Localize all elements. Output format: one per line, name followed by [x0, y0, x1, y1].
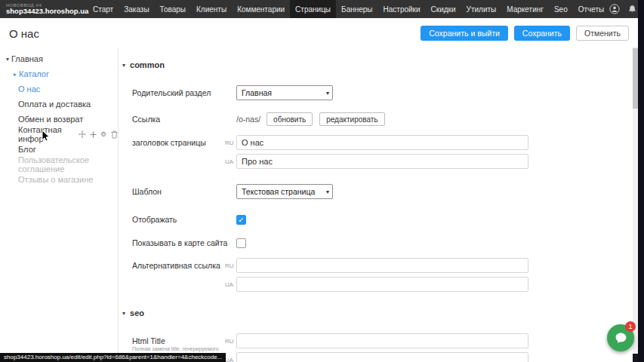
- brand-domain: shop34423.horoshop.ua: [6, 8, 88, 15]
- menu-item-settings[interactable]: Настройки: [378, 0, 426, 18]
- field-link: Ссылка /o-nas/ обновить редактировать: [119, 112, 392, 127]
- lang-badge-ua: UA: [225, 356, 236, 362]
- trash-icon[interactable]: [110, 130, 118, 139]
- vertical-scrollbar-thumb[interactable]: [633, 48, 638, 109]
- scrollbar-bottom-corner: [633, 354, 638, 362]
- link-value: /o-nas/: [236, 115, 260, 124]
- caret-right-icon[interactable]: [11, 71, 19, 78]
- tree-item-actions: ⚙: [79, 130, 118, 139]
- lang-badge-ru: RU: [225, 262, 236, 269]
- link-refresh-button[interactable]: обновить: [267, 112, 313, 126]
- html-title-ua-input[interactable]: [236, 352, 528, 362]
- field-label: Родительский раздел: [119, 88, 236, 97]
- section-title: seo: [130, 308, 144, 318]
- menu-item-discounts[interactable]: Скидки: [426, 0, 461, 18]
- menu-item-products[interactable]: Товары: [155, 0, 191, 18]
- tree-item-label: Оплата и доставка: [18, 100, 91, 109]
- section-common[interactable]: common: [122, 60, 165, 69]
- field-alt-link-ua: UA: [119, 277, 528, 292]
- section-seo[interactable]: seo: [122, 308, 144, 318]
- gear-icon[interactable]: ⚙: [100, 130, 107, 139]
- pages-tree-sidebar: Главная Каталог О нас Оплата и доставка …: [0, 48, 119, 354]
- header-buttons: Сохранить и выйти Сохранить Отменить: [421, 26, 629, 41]
- menu-item-comments[interactable]: Комментарии: [232, 0, 290, 18]
- field-label: Ссылка: [119, 115, 236, 124]
- lang-badge-ua: UA: [225, 158, 236, 165]
- window-right-edge: [638, 0, 644, 362]
- html-title-ru-input[interactable]: [236, 333, 528, 348]
- tree-item-label: Контактная инфор: [18, 125, 75, 143]
- menu-item-clients[interactable]: Клиенты: [191, 0, 232, 18]
- tree-item-home[interactable]: Главная: [0, 51, 118, 66]
- tree-item-user-agreement[interactable]: Пользовательское соглашение: [0, 157, 118, 172]
- top-bar: НОВОВВОД V4 shop34423.horoshop.ua Старт …: [0, 0, 644, 18]
- field-label: Отображать: [119, 215, 236, 224]
- user-account-icon[interactable]: [609, 4, 620, 14]
- app-window: НОВОВВОД V4 shop34423.horoshop.ua Старт …: [0, 0, 644, 362]
- tree-item-label: Обмен и возврат: [18, 115, 83, 124]
- template-select[interactable]: Текстовая страница: [236, 184, 333, 199]
- field-label: Шаблон: [119, 187, 236, 196]
- tree-item-label: Блог: [18, 145, 36, 154]
- caret-down-icon: [122, 62, 125, 69]
- chat-bubble-icon: [614, 331, 628, 345]
- page-title-ua-input[interactable]: [236, 154, 528, 169]
- lang-badge-ru: RU: [225, 139, 236, 146]
- html-title-label: Html Title: [132, 336, 165, 345]
- save-and-exit-button[interactable]: Сохранить и выйти: [421, 26, 508, 41]
- tree-item-blog[interactable]: Блог: [0, 142, 118, 157]
- tree-item-catalog[interactable]: Каталог: [0, 66, 118, 81]
- page-title: О нас: [9, 27, 39, 40]
- field-label: Html Title Полная замена title, генериру…: [119, 336, 225, 345]
- tree-item-label: Главная: [11, 54, 43, 63]
- tree-item-exchange-return[interactable]: Обмен и возврат: [0, 112, 118, 127]
- tree-item-label: Пользовательское соглашение: [18, 155, 118, 173]
- page-header: О нас Сохранить и выйти Сохранить Отмени…: [0, 18, 638, 48]
- field-sitemap: Показывать в карте сайта: [119, 235, 246, 250]
- save-button[interactable]: Сохранить: [514, 26, 570, 41]
- section-title: common: [130, 60, 165, 69]
- menu-item-orders[interactable]: Заказы: [119, 0, 154, 18]
- field-label: Показывать в карте сайта: [119, 238, 236, 247]
- brand[interactable]: НОВОВВОД V4 shop34423.horoshop.ua: [0, 3, 88, 15]
- page-edit-form: common Родительский раздел Главная Ссылк…: [119, 48, 638, 362]
- tree-item-label: Отзывы о магазине: [18, 175, 93, 184]
- menu-item-reports[interactable]: Отчеты: [573, 0, 610, 18]
- tree-item-store-reviews[interactable]: Отзывы о магазине: [0, 172, 118, 187]
- tree-item-label: Каталог: [19, 69, 49, 78]
- menu-item-start[interactable]: Старт: [88, 0, 119, 18]
- tree-item-contact-info[interactable]: Контактная инфор ⚙: [0, 127, 118, 142]
- page-title-ru-input[interactable]: [236, 135, 528, 150]
- field-label: заголовок страницы: [119, 138, 225, 147]
- browser-status-url: shop34423.horoshop.ua/edit/edit.php?id=6…: [0, 353, 226, 362]
- add-icon[interactable]: [89, 130, 97, 139]
- display-checkbox[interactable]: [236, 215, 246, 225]
- menu-item-marketing[interactable]: Маркетинг: [501, 0, 549, 18]
- cancel-button[interactable]: Отменить: [576, 26, 629, 41]
- chat-widget-button[interactable]: 1: [607, 324, 634, 351]
- menu-item-seo[interactable]: Seo: [549, 0, 573, 18]
- parent-section-select[interactable]: Главная: [236, 85, 333, 100]
- notifications-bell-icon[interactable]: [627, 4, 637, 14]
- tree-item-payment-delivery[interactable]: Оплата и доставка: [0, 97, 118, 112]
- field-page-title-ua: UA: [119, 154, 528, 169]
- move-icon[interactable]: [79, 130, 86, 139]
- menu-item-pages[interactable]: Страницы: [290, 0, 336, 18]
- alt-link-ua-input[interactable]: [236, 277, 528, 292]
- chevron-down-icon: [326, 189, 329, 195]
- link-edit-button[interactable]: редактировать: [319, 112, 384, 126]
- field-alt-link-ru: Альтернативная ссылка RU: [119, 258, 528, 273]
- caret-down-icon[interactable]: [4, 56, 11, 63]
- menu-item-banners[interactable]: Баннеры: [336, 0, 377, 18]
- sitemap-checkbox[interactable]: [236, 238, 246, 248]
- tree-item-about[interactable]: О нас: [0, 81, 118, 97]
- caret-down-icon: [122, 310, 125, 317]
- field-parent-section: Родительский раздел Главная: [119, 85, 333, 100]
- select-value: Главная: [242, 88, 272, 97]
- chat-unread-badge: 1: [625, 321, 636, 332]
- field-template: Шаблон Текстовая страница: [119, 184, 333, 199]
- chevron-down-icon: [326, 90, 329, 97]
- alt-link-ru-input[interactable]: [236, 258, 528, 273]
- lang-badge-ua: UA: [225, 281, 236, 288]
- menu-item-utilities[interactable]: Утилиты: [461, 0, 502, 18]
